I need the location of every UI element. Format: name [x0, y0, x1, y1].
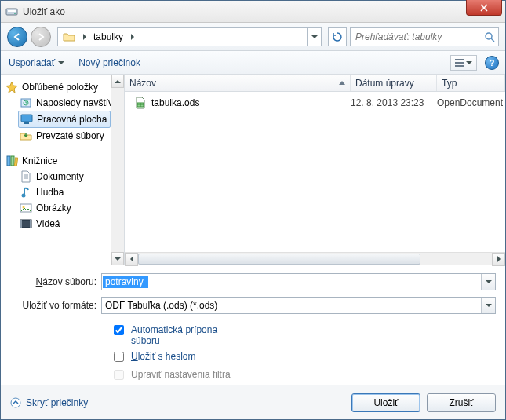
svg-point-3 [486, 33, 492, 39]
sidebar-scrollbar[interactable] [111, 75, 124, 265]
close-button[interactable] [466, 0, 502, 16]
svg-point-15 [22, 194, 26, 198]
sidebar-item-label: Pracovná plocha [37, 114, 107, 125]
titlebar[interactable]: Uložiť ako [1, 1, 505, 23]
filename-input[interactable] [103, 276, 148, 288]
filename-dropdown[interactable] [481, 274, 495, 290]
sidebar-item-label: Obľúbené položky [22, 82, 98, 93]
breadcrumb-folder[interactable]: tabulky [89, 28, 129, 46]
organize-menu[interactable]: Usporiadať [9, 57, 64, 68]
refresh-icon [332, 31, 343, 42]
chevron-right-icon[interactable] [129, 34, 137, 40]
sidebar-favorites[interactable]: Obľúbené položky [5, 79, 111, 95]
nav-bar: tabulky [1, 23, 505, 51]
scroll-thumb[interactable] [138, 254, 420, 265]
breadcrumb-dropdown[interactable] [307, 28, 321, 46]
new-folder-button[interactable]: Nový priečinok [78, 57, 140, 68]
sidebar-item-pictures[interactable]: Obrázky [5, 200, 111, 216]
hide-folders-button[interactable]: Skryť priečinky [10, 397, 88, 408]
file-list[interactable]: tabulka.ods 12. 8. 2013 23:23 OpenDocume… [125, 92, 505, 252]
scroll-track[interactable] [138, 253, 492, 265]
svg-rect-11 [24, 122, 29, 124]
sidebar-libraries[interactable]: Knižnice [5, 153, 111, 169]
chevron-up-icon [10, 397, 21, 408]
breadcrumb[interactable]: tabulky [57, 27, 322, 46]
column-label: Typ [442, 78, 457, 89]
scroll-left-button[interactable] [125, 253, 138, 266]
filename-combo[interactable] [101, 273, 496, 290]
file-area: Názov Dátum úpravy Typ tabulka.ods 12. 8… [125, 75, 505, 265]
download-icon [20, 130, 32, 142]
sidebar-item-label: Knižnice [22, 155, 57, 166]
svg-rect-18 [20, 220, 31, 228]
cancel-button[interactable]: Zrušiť [427, 393, 496, 412]
sidebar-item-recent[interactable]: Naposledy navštívené [5, 95, 111, 111]
help-button[interactable]: ? [485, 56, 499, 70]
option-label: Uložiť s heslom [131, 351, 196, 362]
option-save-password[interactable]: Uložiť s heslom [111, 349, 496, 367]
breadcrumb-root[interactable] [58, 28, 81, 46]
save-pw-checkbox[interactable] [114, 352, 124, 362]
view-icon [455, 59, 464, 67]
column-label: Názov [129, 78, 156, 89]
footer: Skryť priečinky Uložiť Zrušiť [1, 385, 505, 419]
auto-ext-checkbox[interactable] [114, 325, 124, 335]
window-title: Uložiť ako [23, 6, 65, 17]
scroll-up-button[interactable] [111, 75, 124, 88]
folder-icon [63, 31, 75, 43]
pictures-icon [20, 202, 32, 214]
filename-label: Názov súboru: [10, 276, 101, 287]
organize-label: Usporiadať [9, 57, 55, 68]
svg-rect-19 [20, 220, 22, 228]
scroll-down-button[interactable] [111, 252, 124, 265]
star-icon [5, 81, 18, 93]
file-row[interactable]: tabulka.ods 12. 8. 2013 23:23 OpenDocume… [125, 95, 505, 111]
search-input[interactable] [354, 31, 495, 43]
save-button[interactable]: Uložiť [351, 393, 420, 412]
sidebar-item-music[interactable]: Hudba [5, 184, 111, 200]
label-text: Názov súboru: [36, 276, 96, 287]
svg-point-2 [14, 13, 16, 14]
filetype-value: ODF Tabuľka (.ods) (*.ods) [102, 300, 220, 311]
option-edit-filter: Upraviť nastavenia filtra [111, 367, 496, 385]
back-button[interactable] [7, 27, 27, 47]
button-label: Uložiť [373, 397, 398, 408]
filetype-label: Uložiť vo formáte: [10, 300, 101, 311]
search-box[interactable] [350, 27, 499, 46]
button-label: Zrušiť [449, 397, 473, 408]
document-icon [20, 170, 32, 183]
svg-rect-5 [455, 59, 464, 60]
close-icon [480, 4, 488, 12]
sidebar: Obľúbené položky Naposledy navštívené Pr… [1, 75, 125, 265]
sidebar-item-videos[interactable]: Videá [5, 216, 111, 232]
filetype-combo[interactable]: ODF Tabuľka (.ods) (*.ods) [101, 297, 496, 314]
sidebar-item-desktop[interactable]: Pracovná plocha [18, 111, 111, 128]
svg-rect-10 [21, 115, 32, 122]
chevron-right-icon[interactable] [81, 34, 89, 40]
svg-rect-13 [11, 156, 14, 166]
sidebar-item-downloads[interactable]: Prevzaté súbory [5, 128, 111, 144]
column-modified[interactable]: Dátum úpravy [351, 75, 437, 91]
refresh-button[interactable] [328, 27, 347, 46]
sidebar-item-documents[interactable]: Dokumenty [5, 169, 111, 184]
column-type[interactable]: Typ [437, 75, 505, 91]
arrow-right-icon [36, 32, 46, 42]
search-icon [484, 31, 495, 42]
new-folder-label: Nový priečinok [78, 57, 140, 68]
chevron-down-icon [466, 61, 472, 64]
filetype-dropdown[interactable] [481, 298, 495, 313]
column-name[interactable]: Názov [125, 75, 351, 91]
desktop-icon [20, 113, 33, 126]
scroll-right-button[interactable] [492, 253, 505, 266]
option-label: Automatická príponasúboru [131, 324, 217, 346]
horizontal-scrollbar[interactable] [125, 252, 505, 265]
forward-button[interactable] [31, 27, 51, 47]
svg-rect-1 [8, 10, 16, 12]
option-auto-extension[interactable]: Automatická príponasúboru [111, 322, 496, 349]
sidebar-item-label: Hudba [36, 187, 64, 198]
svg-line-4 [491, 38, 494, 42]
drive-icon [5, 5, 18, 17]
svg-rect-14 [14, 158, 17, 166]
sidebar-item-label: Dokumenty [36, 171, 84, 182]
view-menu[interactable] [450, 55, 477, 71]
